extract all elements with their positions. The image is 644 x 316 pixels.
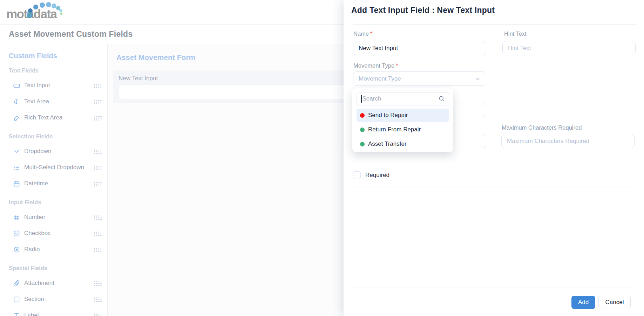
sidebar-item-section[interactable]: Section — [9, 291, 107, 307]
radio-icon — [13, 246, 20, 253]
drawer-header-divider — [351, 24, 637, 25]
datetime-icon — [13, 180, 20, 187]
logo-arc-dot — [60, 13, 62, 15]
drag-handle-icon[interactable] — [93, 99, 102, 104]
sidebar-item-radio[interactable]: Radio — [9, 241, 107, 257]
drawer-title: Add Text Input Field : New Text Input — [351, 6, 495, 15]
dropdown-option-label: Send to Repair — [368, 112, 408, 119]
chevron-down-icon — [475, 76, 481, 82]
name-input[interactable] — [353, 41, 486, 55]
movement-type-label: Movement Type* — [353, 62, 398, 69]
max-characters-input[interactable] — [501, 134, 635, 148]
dropdown-option-send-to-repair[interactable]: Send to Repair — [357, 109, 449, 122]
sidebar-item-text-area[interactable]: Text Area — [9, 94, 107, 110]
sidebar-item-datetime[interactable]: Datetime — [9, 176, 107, 192]
dropdown-icon — [13, 147, 20, 155]
status-dot-green — [360, 128, 365, 132]
sidebar-group-label: Input Fields — [9, 199, 107, 206]
text-input-icon — [13, 82, 20, 89]
drag-handle-icon[interactable] — [93, 83, 102, 88]
logo-arc-dot — [40, 2, 45, 8]
logo-arc-dot — [33, 5, 38, 9]
required-checkbox[interactable] — [353, 171, 361, 179]
drag-handle-icon[interactable] — [93, 313, 102, 316]
custom-fields-sidebar: Custom Fields Text FieldsText InputText … — [0, 44, 108, 316]
drawer-section-divider — [351, 186, 637, 186]
logo-arc-dot — [52, 4, 56, 8]
drag-handle-icon[interactable] — [93, 281, 102, 286]
drag-handle-icon[interactable] — [93, 181, 102, 186]
sidebar-item-label: Attachment — [24, 280, 54, 287]
sidebar-item-label: Label — [24, 312, 39, 316]
sidebar-item-label: Checkbox — [24, 230, 51, 237]
dropdown-option-asset-transfer[interactable]: Asset Transfer — [357, 137, 449, 151]
max-characters-label: Maximum Characters Required — [502, 124, 582, 131]
movement-type-dropdown-panel: Search Send to RepairReturn From RepairA… — [352, 88, 453, 152]
required-asterisk: * — [396, 62, 398, 69]
motadata-logo: motadata — [6, 1, 76, 23]
name-label: Name* — [353, 30, 372, 37]
drag-handle-icon[interactable] — [93, 215, 102, 220]
dropdown-search-input[interactable]: Search — [357, 92, 449, 105]
required-asterisk: * — [370, 30, 372, 37]
sidebar-item-label: Dropdown — [24, 148, 52, 155]
drag-handle-icon[interactable] — [93, 165, 102, 170]
multi-select-icon — [13, 164, 20, 171]
cancel-button[interactable]: Cancel — [598, 296, 631, 309]
add-button[interactable]: Add — [571, 296, 595, 309]
status-dot-red — [360, 113, 365, 118]
rich-text-area-icon — [13, 114, 20, 122]
drag-handle-icon[interactable] — [93, 231, 102, 236]
sidebar-item-label: Section — [24, 296, 44, 303]
drag-handle-icon[interactable] — [93, 247, 102, 252]
dropdown-option-label: Asset Transfer — [368, 140, 407, 147]
logo-arc-dot — [59, 9, 62, 12]
required-checkbox-row: Required — [353, 171, 389, 179]
top-logo-bar: motadata — [0, 0, 344, 24]
dropdown-option-list: Send to RepairReturn From RepairAsset Tr… — [357, 109, 449, 151]
sidebar-item-label: Multi-Select Dropdown — [24, 164, 84, 171]
attachment-icon — [13, 279, 20, 287]
text-caret — [361, 95, 362, 103]
dropdown-option-label: Return From Repair — [368, 126, 421, 133]
drag-handle-icon[interactable] — [93, 115, 102, 121]
drag-handle-icon[interactable] — [93, 297, 102, 302]
sidebar-item-multi-select-dropdown[interactable]: Multi-Select Dropdown — [9, 159, 107, 176]
movement-type-placeholder: Movement Type — [359, 75, 401, 82]
drag-handle-icon[interactable] — [93, 149, 102, 154]
section-icon — [13, 295, 20, 303]
hint-text-label: Hint Text — [504, 30, 527, 37]
page-title: Asset Movement Custom Fields — [9, 29, 133, 39]
sidebar-item-checkbox[interactable]: Checkbox — [9, 225, 107, 241]
drawer-footer-divider — [351, 288, 637, 288]
search-placeholder: Search — [362, 95, 439, 102]
sidebar-item-label[interactable]: Label — [9, 307, 107, 316]
sidebar-item-number[interactable]: Number — [9, 209, 107, 225]
sidebar-item-label: Datetime — [24, 180, 48, 187]
label-icon — [13, 311, 20, 316]
sidebar-item-label: Text Area — [24, 98, 49, 105]
sidebar-item-attachment[interactable]: Attachment — [9, 275, 107, 291]
sidebar-item-dropdown[interactable]: Dropdown — [9, 143, 107, 159]
search-icon — [438, 95, 445, 102]
sidebar-group-label: Selection Fields — [9, 133, 107, 140]
hint-text-input[interactable] — [502, 41, 636, 55]
add-field-drawer: Add Text Input Field : New Text Input Na… — [344, 0, 644, 316]
logo-arc-dot — [46, 2, 51, 7]
sidebar-item-text-input[interactable]: Text Input — [9, 77, 107, 94]
sidebar-item-label: Number — [24, 214, 45, 221]
movement-type-select[interactable]: Movement Type — [353, 71, 486, 86]
sidebar-item-label: Text Input — [24, 82, 50, 89]
sidebar-title: Custom Fields — [9, 52, 107, 60]
app-window: motadata Asset Movement Custom Fields Cu… — [0, 0, 644, 316]
dropdown-option-return-from-repair[interactable]: Return From Repair — [357, 123, 449, 136]
text-area-icon — [13, 98, 20, 105]
page-header: Asset Movement Custom Fields — [0, 24, 344, 44]
sidebar-item-label: Rich Text Area — [24, 114, 62, 121]
sidebar-group-label: Text Fields — [9, 67, 107, 74]
sidebar-item-rich-text-area[interactable]: Rich Text Area — [9, 110, 107, 126]
number-icon — [13, 213, 20, 221]
required-checkbox-label: Required — [365, 172, 389, 179]
sidebar-item-label: Radio — [24, 246, 40, 253]
status-dot-green — [360, 142, 365, 146]
